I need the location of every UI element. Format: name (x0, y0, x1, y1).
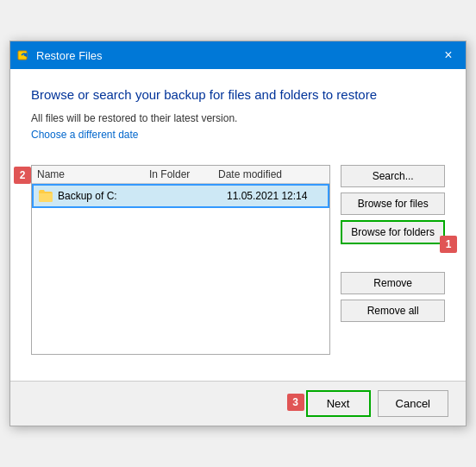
file-list-wrapper: 2 Name In Folder Date modified Backup of (31, 165, 330, 355)
choose-date-link[interactable]: Choose a different date (31, 129, 139, 141)
browse-folders-button[interactable]: Browse for folders (341, 220, 445, 244)
spacer (341, 249, 445, 267)
close-button[interactable]: × (438, 45, 459, 66)
cancel-button[interactable]: Cancel (378, 390, 448, 417)
main-content: Browse or search your backup for files a… (10, 69, 466, 369)
subtext: All files will be restored to their late… (31, 112, 445, 124)
file-list-header: Name In Folder Date modified (32, 166, 329, 184)
table-row[interactable]: Backup of C: 11.05.2021 12:14 (32, 184, 329, 208)
remove-button[interactable]: Remove (341, 272, 445, 294)
file-list-container: Name In Folder Date modified Backup of C… (31, 165, 330, 355)
next-button[interactable]: Next (306, 390, 371, 417)
page-heading: Browse or search your backup for files a… (31, 86, 445, 104)
col-header-name: Name (37, 168, 149, 180)
right-buttons: Search... Browse for files 1 Browse for … (341, 165, 445, 355)
remove-all-button[interactable]: Remove all (341, 300, 445, 322)
annotation-badge-3: 3 (287, 394, 304, 411)
annotation-badge-1: 1 (440, 236, 457, 253)
search-button[interactable]: Search... (341, 165, 445, 187)
col-header-date: Date modified (218, 168, 324, 180)
file-row-name: Backup of C: (58, 190, 158, 202)
file-row-date: 11.05.2021 12:14 (227, 190, 323, 202)
restore-files-window: Restore Files × Browse or search your ba… (9, 41, 467, 426)
window-title: Restore Files (36, 49, 103, 62)
restore-icon (17, 48, 31, 62)
main-area: 2 Name In Folder Date modified Backup of (31, 165, 445, 355)
browse-files-button[interactable]: Browse for files (341, 192, 445, 215)
next-wrapper: 3 Next (306, 390, 371, 417)
col-header-folder: In Folder (149, 168, 218, 180)
bottom-bar: 3 Next Cancel (10, 381, 466, 426)
browse-folders-wrapper: 1 Browse for folders (341, 220, 445, 244)
title-bar: Restore Files × (10, 41, 466, 69)
annotation-badge-2: 2 (14, 167, 31, 184)
title-bar-left: Restore Files (17, 48, 103, 62)
folder-icon (39, 190, 53, 202)
